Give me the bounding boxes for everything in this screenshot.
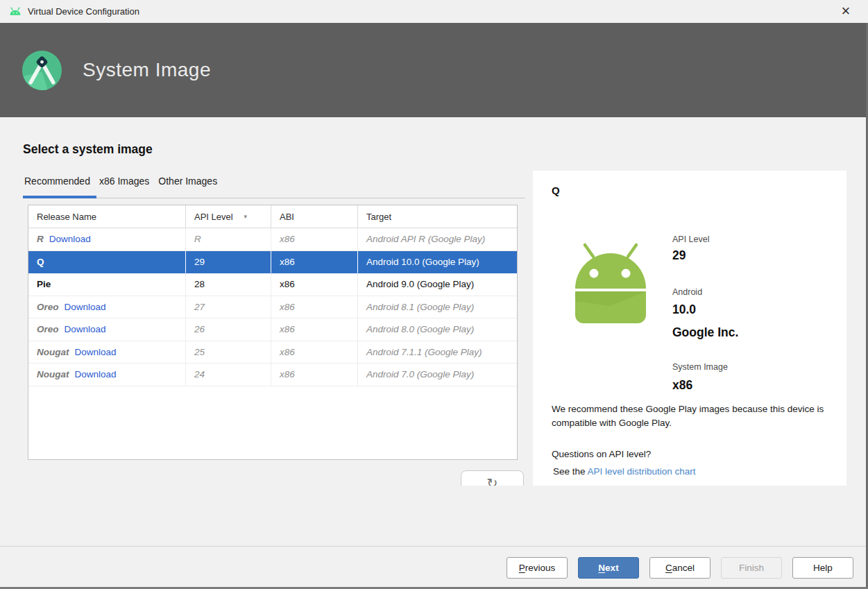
api-level-cell: 25 [186,341,271,364]
titlebar: Virtual Device Configuration × [0,0,868,23]
column-header-release-name[interactable]: Release Name [28,205,186,228]
column-header-target[interactable]: Target [358,205,517,228]
finish-button[interactable]: Finish [721,557,782,579]
abi-cell: x86 [271,296,358,319]
table-row[interactable]: OreoDownload 26 x86 Android 8.0 (Google … [28,318,517,341]
tab-other-images[interactable]: Other Images [158,176,217,187]
system-image-label: System Image [672,362,728,372]
tab-x86-images[interactable]: x86 Images [99,176,149,187]
abi-cell: x86 [271,251,358,274]
api-level-cell: 24 [186,364,271,386]
android-robot-icon [572,241,649,326]
target-cell: Android 8.0 (Google Play) [358,318,517,341]
recommendation-text: We recommend these Google Play images be… [552,402,828,430]
target-cell: Android API R (Google Play) [358,228,517,251]
download-link[interactable]: Download [49,234,91,244]
release-name: R [37,234,44,244]
api-level-cell: 26 [186,318,271,341]
download-link[interactable]: Download [65,324,106,334]
target-cell: Android 9.0 (Google Play) [358,273,517,296]
abi-cell: x86 [271,318,358,341]
abi-cell: x86 [271,341,358,364]
release-name: Nougat [37,347,69,357]
window-title: Virtual Device Configuration [28,6,139,17]
target-cell: Android 7.1.1 (Google Play) [358,341,517,364]
details-panel: Q API Level 29 Android 10.0 Google Inc. … [533,171,846,486]
release-name: Oreo [37,302,59,312]
release-name-cell: Q [28,251,186,274]
button-row: Previous Next Cancel Finish Help [507,557,853,579]
release-name: Q [37,257,44,267]
table-row[interactable]: NougatDownload 24 x86 Android 7.0 (Googl… [28,364,517,386]
section-title: Select a system image [23,142,153,157]
release-name: Oreo [37,324,59,334]
page-title: System Image [83,59,211,81]
tab-recommended[interactable]: Recommended [24,176,90,187]
abi-cell: x86 [271,228,358,251]
table-row[interactable]: OreoDownload 27 x86 Android 8.1 (Google … [28,296,517,319]
android-head-icon [9,7,22,16]
release-name-cell: NougatDownload [28,364,186,386]
refresh-button[interactable]: ↻ [461,470,524,486]
refresh-icon: ↻ [487,475,498,486]
see-the-text: See the [553,466,588,477]
release-name-cell: Pie [28,273,186,296]
release-name: Nougat [37,369,69,379]
table-row-selected[interactable]: Q 29 x86 Android 10.0 (Google Play) [28,251,517,274]
release-name-cell: RDownload [28,228,186,251]
android-studio-logo-icon [22,51,62,90]
close-icon: × [842,3,851,19]
close-button[interactable]: × [835,1,857,21]
download-link[interactable]: Download [65,302,106,312]
api-level-label: API Level [672,234,710,244]
download-link[interactable]: Download [75,369,117,379]
active-tab-underline [23,196,96,198]
api-level-cell: 28 [186,273,271,296]
target-cell: Android 10.0 (Google Play) [358,251,517,274]
virtual-device-configuration-window: Virtual Device Configuration × System Im… [0,0,868,589]
api-question-text: Questions on API level? [552,449,651,459]
android-label: Android [672,287,702,297]
tab-divider [23,198,525,198]
table-row[interactable]: NougatDownload 25 x86 Android 7.1.1 (Goo… [28,341,517,364]
release-name-cell: NougatDownload [28,341,186,364]
target-cell: Android 7.0 (Google Play) [358,364,517,386]
android-version-value: 10.0 [672,302,696,317]
wizard-header: System Image [0,23,868,117]
table-row[interactable]: RDownload R x86 Android API R (Google Pl… [28,228,517,251]
release-name-cell: OreoDownload [28,318,186,341]
release-name: Pie [37,279,51,289]
footer: Previous Next Cancel Finish Help [0,486,868,589]
api-level-value: 29 [672,248,686,263]
download-link[interactable]: Download [75,347,117,357]
release-name-cell: OreoDownload [28,296,186,319]
api-level-cell: 27 [186,296,271,319]
api-level-cell: 29 [186,251,271,274]
details-title: Q [552,185,560,196]
help-button[interactable]: Help [792,557,853,579]
table-row[interactable]: Pie 28 x86 Android 9.0 (Google Play) [28,273,517,296]
target-cell: Android 8.1 (Google Play) [358,296,517,319]
abi-cell: x86 [271,364,358,386]
table-header-row: Release Name API Level▼ ABI Target [28,205,517,228]
system-image-table: Release Name API Level▼ ABI Target RDown… [28,205,518,460]
api-level-cell: R [186,228,271,251]
next-button[interactable]: Next [578,557,639,579]
column-header-api-level[interactable]: API Level▼ [186,205,271,228]
column-header-abi[interactable]: ABI [271,205,358,228]
sort-desc-icon: ▼ [243,214,248,220]
see-the-line: See the API level distribution chart [553,466,696,477]
content-area: Select a system image Recommended x86 Im… [0,117,868,486]
footer-divider [0,546,868,547]
vendor-value: Google Inc. [672,325,738,340]
api-distribution-link[interactable]: API level distribution chart [588,466,696,477]
previous-button[interactable]: Previous [507,557,568,579]
cancel-button[interactable]: Cancel [649,557,710,579]
abi-cell: x86 [271,273,358,296]
tab-bar: Recommended x86 Images Other Images [24,176,217,187]
abi-value: x86 [672,378,692,393]
